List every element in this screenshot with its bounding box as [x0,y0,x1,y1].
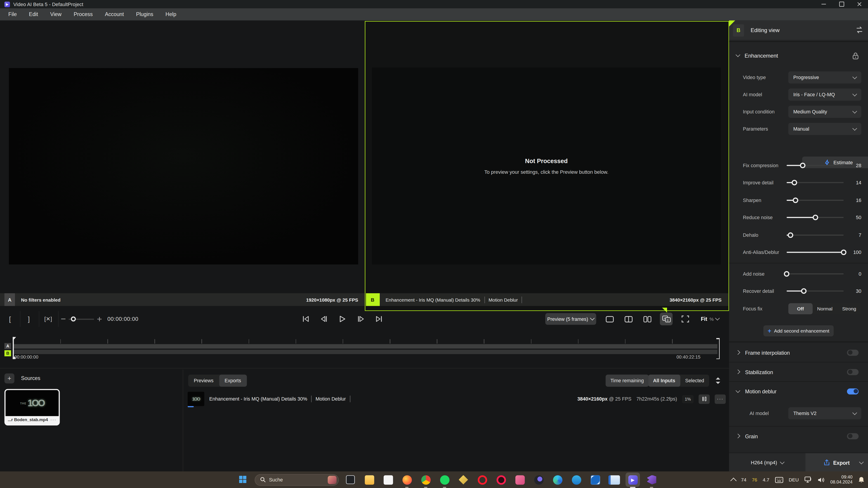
dehalo-slider[interactable] [786,230,844,240]
taskbar-search[interactable]: Suche [255,474,339,486]
fit-zoom-control[interactable]: Fit % [701,313,719,325]
focus-fix-strong[interactable]: Strong [837,303,862,314]
maximize-button[interactable] [833,0,850,8]
menu-account[interactable]: Account [99,8,130,21]
ab-compare-view-button[interactable]: AB [660,313,673,325]
app-dark-button[interactable] [531,473,546,487]
task-view-button[interactable] [343,473,358,487]
opera-button[interactable] [475,473,489,487]
improve-detail-slider[interactable] [786,177,844,188]
notes-app-button[interactable] [607,473,621,487]
reduce-noise-slider[interactable] [786,212,844,223]
add-source-button[interactable]: + [4,373,14,383]
grain-toggle[interactable] [847,433,859,439]
lock-icon[interactable] [852,52,859,60]
anti-alias-deblur-slider[interactable] [786,247,844,258]
clock[interactable]: 09:40 08.04.2024 [830,475,852,485]
zoom-slider[interactable] [69,318,94,320]
firefox-button[interactable] [400,473,414,487]
play-icon[interactable] [339,315,346,323]
source-menu-button[interactable]: ··· [51,417,57,422]
side-by-side-view-button[interactable] [641,313,654,325]
export-row[interactable]: 1OO Enhancement - Iris MQ (Manual) Detai… [188,391,725,407]
input-condition-select[interactable]: Medium Quality [788,106,861,118]
selected-option[interactable]: Selected [680,375,709,387]
fullscreen-button[interactable] [679,313,691,325]
clear-marks-button[interactable]: [✕] [40,310,56,328]
section-grain[interactable]: Grain [729,430,868,442]
app-layers-button[interactable] [456,473,471,487]
skip-to-start-icon[interactable] [302,315,309,323]
start-button[interactable] [236,473,250,487]
store-button[interactable] [381,473,395,487]
step-back-icon[interactable] [320,315,328,323]
swap-views-icon[interactable] [855,26,864,34]
export-menu-button[interactable]: ··· [715,394,726,404]
playhead[interactable] [13,337,13,359]
language-indicator[interactable]: DEU [789,477,799,482]
tab-previews[interactable]: Previews [188,375,219,387]
timeline-track-a[interactable] [13,344,717,349]
all-inputs-option[interactable]: All Inputs [648,375,680,387]
add-noise-slider[interactable] [786,268,844,280]
recover-detail-slider[interactable] [786,286,844,297]
app-teal-button[interactable] [569,473,584,487]
topaz-video-ai-button[interactable]: ▶ [625,473,640,487]
network-icon[interactable] [804,477,812,483]
motion-deblur-model-select[interactable]: Themis V2 [788,407,861,419]
section-frame-interpolation[interactable]: Frame interpolation [729,347,868,358]
section-stabilization[interactable]: Stabilization [729,366,868,377]
spotify-button[interactable] [437,473,452,487]
motion-deblur-toggle[interactable] [847,388,859,394]
tray-expand-icon[interactable] [730,477,737,484]
fix-compression-slider[interactable] [786,160,844,171]
focus-fix-normal[interactable]: Normal [813,303,837,314]
mark-in-button[interactable]: [ [2,310,18,328]
file-explorer-button[interactable] [362,473,377,487]
keyboard-icon[interactable] [775,477,783,483]
zoom-out-icon[interactable]: − [61,314,66,324]
sort-icon[interactable] [716,377,720,384]
section-motion-deblur[interactable]: Motion deblur [729,386,868,397]
export-button[interactable]: Export [805,453,868,472]
app-grid-button[interactable] [588,473,602,487]
single-view-button[interactable] [603,313,616,325]
chrome-button[interactable] [418,473,433,487]
timeline[interactable]: A B 00:00:00:00 00:40:22:15 [0,334,729,362]
parameters-select[interactable]: Manual [788,123,861,135]
output-format-select[interactable]: H264 (mp4) [729,453,805,472]
video-type-select[interactable]: Progressive [788,71,861,84]
mark-out-button[interactable]: ] [21,310,37,328]
enhancement-section-header[interactable]: Enhancement [729,50,868,61]
menu-edit[interactable]: Edit [23,8,44,21]
edge-button[interactable] [550,473,565,487]
focus-fix-off[interactable]: Off [788,303,813,314]
step-forward-icon[interactable] [357,315,364,323]
menu-process[interactable]: Process [68,8,99,21]
timeline-track-b[interactable] [13,350,717,354]
sharpen-slider[interactable] [786,195,844,206]
minimize-button[interactable] [815,0,833,8]
zoom-in-icon[interactable]: + [97,314,102,324]
split-view-button[interactable] [622,313,635,325]
source-card[interactable]: THE 1OO ...r Boden_stab.mp4 ··· [4,389,60,426]
skip-to-end-icon[interactable] [375,315,382,323]
volume-icon[interactable] [817,477,825,483]
menu-view[interactable]: View [44,8,68,21]
add-second-enhancement-button[interactable]: + Add second enhancement [763,325,834,336]
notification-bell-icon[interactable] [858,476,865,483]
frame-interpolation-toggle[interactable] [847,350,859,356]
pause-export-button[interactable] [699,394,710,404]
time-remaining-button[interactable]: Time remaining [605,375,649,387]
menu-file[interactable]: File [2,8,23,21]
stabilization-toggle[interactable] [847,369,859,375]
menu-help[interactable]: Help [159,8,182,21]
tab-exports[interactable]: Exports [219,375,247,387]
preview-button[interactable]: Preview (5 frames) [545,313,596,325]
close-button[interactable] [850,0,868,8]
menu-plugins[interactable]: Plugins [130,8,159,21]
opera-gx-button[interactable] [494,473,508,487]
timeline-zoom-control[interactable]: − + [59,310,103,328]
ai-model-select[interactable]: Iris - Face / LQ-MQ [788,89,861,101]
visual-studio-button[interactable] [645,473,659,487]
